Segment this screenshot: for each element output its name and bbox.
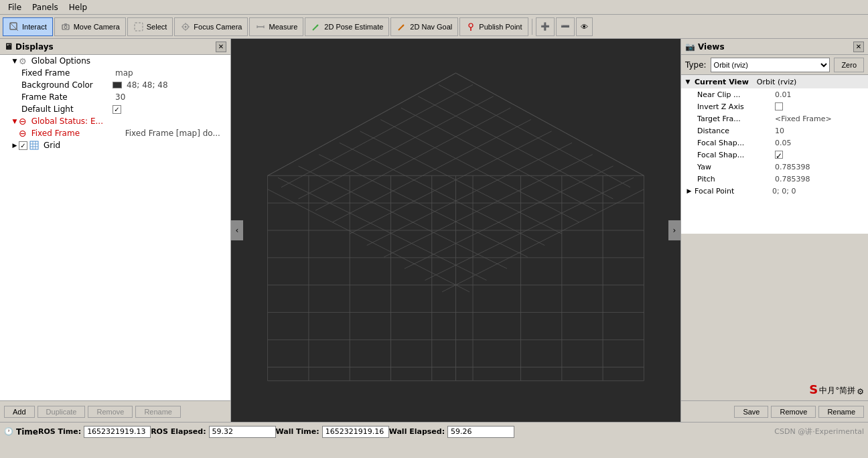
ros-time-label: ROS Time: xyxy=(38,427,81,436)
toolbar-separator-1 xyxy=(532,19,532,35)
pitch-row: Pitch 0.785398 xyxy=(681,173,868,185)
svg-rect-4 xyxy=(64,23,67,25)
svg-line-40 xyxy=(315,108,510,210)
default-light-item[interactable]: Default Light ✓ xyxy=(0,103,230,115)
displays-panel: 🖥 Displays ✕ ▼ ⚙ Global Options Fixed Fr… xyxy=(0,39,231,422)
3d-grid-canvas xyxy=(231,39,680,422)
yaw-row: Yaw 0.785398 xyxy=(681,161,868,173)
time-title-label: Time xyxy=(16,427,38,437)
fixed-frame-item[interactable]: Fixed Frame map xyxy=(0,67,230,79)
ros-elapsed-section: ROS Elapsed: 59.32 xyxy=(151,426,275,438)
svg-line-46 xyxy=(425,177,634,280)
toolbar-publish-point-button[interactable]: Publish Point xyxy=(459,17,528,36)
focal-shape-1-value: 0.05 xyxy=(775,139,792,147)
focal-point-value: 0; 0; 0 xyxy=(772,187,796,196)
ime-settings-icon: ⚙ xyxy=(857,387,864,396)
background-color-swatch xyxy=(113,82,122,88)
displays-tree: ▼ ⚙ Global Options Fixed Frame map Backg… xyxy=(0,55,230,400)
menu-help[interactable]: Help xyxy=(64,1,92,13)
views-type-label: Type: xyxy=(685,60,707,70)
views-type-select[interactable]: Orbit (rviz) xyxy=(711,58,830,72)
gear-icon: ⚙ xyxy=(19,56,27,66)
displays-close-button[interactable]: ✕ xyxy=(216,42,226,52)
global-options-item[interactable]: ▼ ⚙ Global Options xyxy=(0,55,230,67)
background-color-value: 48; 48; 48 xyxy=(124,80,168,90)
ros-elapsed-label: ROS Elapsed: xyxy=(151,427,206,436)
wall-elapsed-section: Wall Elapsed: 59.26 xyxy=(389,426,514,438)
views-close-button[interactable]: ✕ xyxy=(853,42,864,52)
views-panel-title: 📷 Views xyxy=(685,42,725,52)
focal-shape-2-checkbox[interactable]: ✓ xyxy=(775,151,783,159)
toolbar-interact-button[interactable]: Interact xyxy=(3,17,53,36)
focal-point-label: Focal Point xyxy=(692,187,772,196)
frame-rate-label: Frame Rate xyxy=(19,92,113,102)
current-view-header[interactable]: ▼ Current View Orbit (rviz) xyxy=(681,75,868,88)
svg-point-19 xyxy=(469,23,473,27)
viewport[interactable]: ‹ › xyxy=(231,39,680,422)
pitch-value: 0.785398 xyxy=(775,175,810,183)
grid-expand-arrow: ▶ xyxy=(11,141,19,149)
sogou-icon: S xyxy=(809,382,818,396)
toolbar-eye-button[interactable]: 👁 xyxy=(576,17,593,36)
grid-item[interactable]: ▶ ✓ Grid xyxy=(0,139,230,151)
grid-checkbox[interactable]: ✓ xyxy=(19,141,27,150)
remove-button[interactable]: Remove xyxy=(88,406,133,418)
invert-z-checkbox[interactable] xyxy=(775,102,783,110)
focal-point-expand-arrow: ▶ xyxy=(684,187,692,195)
svg-line-30 xyxy=(380,120,579,222)
views-save-button[interactable]: Save xyxy=(734,406,768,418)
ime-text: 中月°简拼 xyxy=(819,385,855,396)
near-clip-row: Near Clip ... 0.01 xyxy=(681,88,868,100)
viewport-arrow-left[interactable]: ‹ xyxy=(231,220,243,240)
svg-line-29 xyxy=(401,108,596,210)
viewport-arrow-right[interactable]: › xyxy=(668,220,680,240)
global-status-fixed-frame-item[interactable]: ⊖ Fixed Frame Fixed Frame [map] do... xyxy=(0,127,230,139)
focus-icon xyxy=(180,21,191,32)
toolbar-nav-goal-button[interactable]: 2D Nav Goal xyxy=(390,17,458,36)
wall-time-value: 1652321919.16 xyxy=(322,426,389,438)
background-color-label: Background Color xyxy=(19,80,113,90)
views-panel-header: 📷 Views ✕ xyxy=(681,39,868,55)
rename-button[interactable]: Rename xyxy=(135,406,181,418)
toolbar-plus-button[interactable]: ➕ xyxy=(536,17,555,36)
error-icon: ⊖ xyxy=(19,116,27,127)
distance-value: 10 xyxy=(775,127,784,135)
views-rename-button[interactable]: Rename xyxy=(818,406,864,418)
main-layout: 🖥 Displays ✕ ▼ ⚙ Global Options Fixed Fr… xyxy=(0,39,868,422)
global-status-fixed-frame-label: Fixed Frame xyxy=(29,129,123,138)
wall-elapsed-value: 59.26 xyxy=(447,426,514,438)
current-view-expand-arrow: ▼ xyxy=(684,78,692,86)
current-view-type: Orbit (rviz) xyxy=(757,78,796,86)
menu-panels[interactable]: Panels xyxy=(27,1,64,13)
measure-icon xyxy=(255,21,266,32)
views-remove-button[interactable]: Remove xyxy=(771,406,816,418)
wall-elapsed-label: Wall Elapsed: xyxy=(389,427,445,436)
duplicate-button[interactable]: Duplicate xyxy=(38,406,86,418)
views-title-label: Views xyxy=(698,42,725,52)
point-icon xyxy=(465,21,476,32)
invert-z-label: Invert Z Axis xyxy=(695,102,775,111)
focal-point-row: ▶ Focal Point 0; 0; 0 xyxy=(681,185,868,197)
toolbar-select-button[interactable]: Select xyxy=(127,17,173,36)
views-bottom-buttons: Save Remove Rename xyxy=(681,400,868,422)
svg-line-45 xyxy=(405,166,613,269)
toolbar-move-camera-button[interactable]: Move Camera xyxy=(54,17,126,36)
target-frame-row: Target Fra... <Fixed Frame> xyxy=(681,112,868,125)
toolbar-pose-estimate-button[interactable]: 2D Pose Estimate xyxy=(305,17,389,36)
frame-rate-value: 30 xyxy=(113,92,125,102)
global-options-expand-arrow: ▼ xyxy=(11,57,19,65)
toolbar-measure-button[interactable]: Measure xyxy=(249,17,303,36)
distance-label: Distance xyxy=(695,127,775,135)
add-button[interactable]: Add xyxy=(4,406,35,418)
background-color-item[interactable]: Background Color 48; 48; 48 xyxy=(0,79,230,91)
global-status-fixed-frame-value: Fixed Frame [map] do... xyxy=(123,129,220,138)
menu-file[interactable]: File xyxy=(3,1,27,13)
global-status-item[interactable]: ▼ ⊖ Global Status: E... xyxy=(0,115,230,127)
toolbar-minus-button[interactable]: ➖ xyxy=(556,17,575,36)
views-zero-button[interactable]: Zero xyxy=(834,58,864,72)
toolbar-focus-camera-button[interactable]: Focus Camera xyxy=(174,17,248,36)
frame-rate-item[interactable]: Frame Rate 30 xyxy=(0,91,230,103)
default-light-checkbox[interactable]: ✓ xyxy=(113,105,121,114)
menubar: File Panels Help xyxy=(0,0,868,15)
yaw-value: 0.785398 xyxy=(775,163,810,171)
